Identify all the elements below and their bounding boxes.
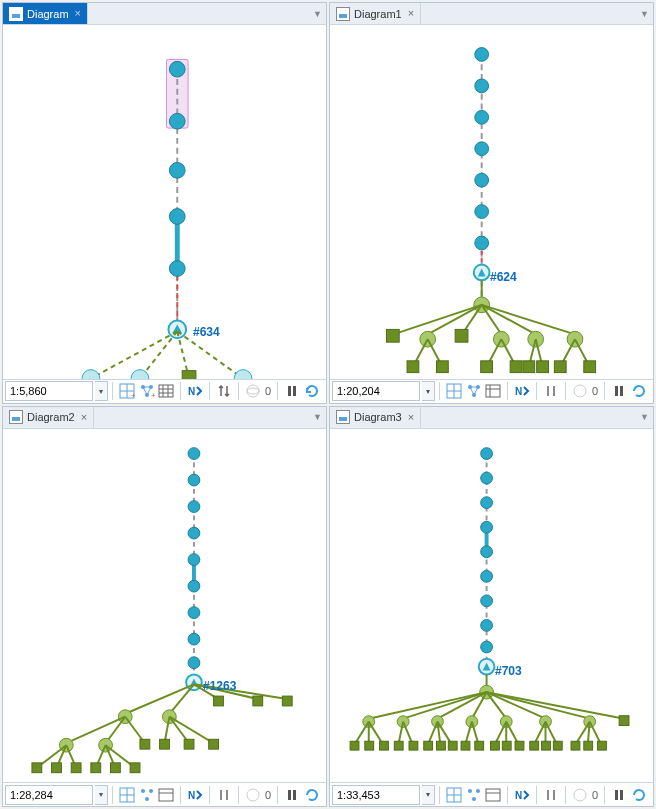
chevron-down-icon[interactable]: ▼ xyxy=(640,412,649,422)
svg-point-139 xyxy=(149,789,153,793)
svg-rect-197 xyxy=(365,741,374,750)
chevron-down-icon[interactable]: ▼ xyxy=(640,9,649,19)
scale-dropdown[interactable]: ▾ xyxy=(95,785,108,805)
close-icon[interactable]: × xyxy=(75,8,81,19)
filter-button[interactable] xyxy=(243,785,263,805)
svg-point-94 xyxy=(188,527,200,539)
svg-point-152 xyxy=(481,521,493,533)
svg-rect-34 xyxy=(288,386,291,396)
svg-text:+: + xyxy=(151,391,155,399)
close-icon[interactable]: × xyxy=(408,8,414,19)
edit-vertices-button[interactable]: + xyxy=(137,381,157,401)
node-label: #703 xyxy=(495,664,522,678)
tab-bar: Diagram2 × ▼ xyxy=(3,407,326,429)
chevron-down-icon[interactable]: ▼ xyxy=(313,9,322,19)
edit-vertices-button[interactable] xyxy=(464,785,484,805)
svg-point-39 xyxy=(475,79,489,93)
filter-button[interactable] xyxy=(570,785,590,805)
tab-diagram2[interactable]: Diagram2 × xyxy=(3,407,94,428)
pause-button[interactable] xyxy=(282,785,302,805)
scale-dropdown[interactable]: ▾ xyxy=(422,381,435,401)
sort-button[interactable] xyxy=(214,785,234,805)
svg-point-95 xyxy=(188,553,200,565)
tab-diagram3[interactable]: Diagram3 × xyxy=(330,407,421,428)
attributes-button[interactable] xyxy=(484,381,504,401)
sort-button[interactable] xyxy=(214,381,234,401)
scale-input[interactable] xyxy=(5,381,93,401)
svg-rect-141 xyxy=(159,789,173,801)
svg-rect-133 xyxy=(184,739,194,749)
attributes-button[interactable] xyxy=(157,381,177,401)
svg-point-218 xyxy=(468,789,472,793)
svg-rect-201 xyxy=(424,741,433,750)
filter-button[interactable] xyxy=(243,381,263,401)
svg-rect-198 xyxy=(380,741,389,750)
attributes-button[interactable] xyxy=(484,785,504,805)
svg-rect-88 xyxy=(620,386,623,396)
scale-input[interactable] xyxy=(5,785,93,805)
svg-rect-206 xyxy=(491,741,500,750)
snap-button[interactable] xyxy=(444,381,464,401)
svg-point-5 xyxy=(169,113,185,129)
filter-button[interactable] xyxy=(570,381,590,401)
svg-point-6 xyxy=(169,162,185,178)
attributes-button[interactable] xyxy=(157,785,177,805)
tab-label: Diagram xyxy=(27,8,69,20)
scale-dropdown[interactable]: ▾ xyxy=(95,381,108,401)
svg-text:N: N xyxy=(188,386,195,397)
diagram-icon xyxy=(336,7,350,21)
refresh-button[interactable] xyxy=(629,381,649,401)
scale-input[interactable] xyxy=(332,381,420,401)
diagram-canvas[interactable]: #703 xyxy=(330,429,653,783)
svg-point-144 xyxy=(247,789,259,801)
edit-vertices-button[interactable] xyxy=(137,785,157,805)
sort-button[interactable] xyxy=(541,785,561,805)
close-icon[interactable]: × xyxy=(408,412,414,423)
svg-rect-203 xyxy=(448,741,457,750)
tab-bar: Diagram3 × ▼ xyxy=(330,407,653,429)
tab-label: Diagram1 xyxy=(354,8,402,20)
svg-rect-70 xyxy=(537,361,549,373)
snap-button[interactable] xyxy=(444,785,464,805)
diagram-icon xyxy=(9,7,23,21)
svg-rect-196 xyxy=(350,741,359,750)
svg-point-219 xyxy=(476,789,480,793)
diagram-canvas[interactable]: #634 xyxy=(3,25,326,379)
snap-button[interactable]: + xyxy=(117,381,137,401)
next-feature-button[interactable]: N xyxy=(512,785,532,805)
sort-button[interactable] xyxy=(541,381,561,401)
scale-dropdown[interactable]: ▾ xyxy=(422,785,435,805)
svg-rect-87 xyxy=(615,386,618,396)
diagram-icon xyxy=(336,410,350,424)
svg-point-44 xyxy=(475,236,489,250)
svg-rect-125 xyxy=(32,762,42,772)
scale-input[interactable] xyxy=(332,785,420,805)
svg-point-40 xyxy=(475,110,489,124)
svg-rect-213 xyxy=(584,741,593,750)
edit-vertices-button[interactable] xyxy=(464,381,484,401)
svg-rect-26 xyxy=(159,385,173,397)
pause-button[interactable] xyxy=(609,381,629,401)
svg-rect-16 xyxy=(182,371,196,379)
refresh-button[interactable] xyxy=(302,785,322,805)
tab-diagram1[interactable]: Diagram1 × xyxy=(330,3,421,24)
next-feature-button[interactable]: N xyxy=(512,381,532,401)
diagram-canvas[interactable]: #1263 xyxy=(3,429,326,783)
next-feature-button[interactable]: N xyxy=(185,381,205,401)
pause-button[interactable] xyxy=(282,381,302,401)
svg-rect-82 xyxy=(486,385,500,397)
refresh-button[interactable] xyxy=(629,785,649,805)
svg-line-168 xyxy=(487,692,624,719)
diagram-canvas[interactable]: #624 xyxy=(330,25,653,379)
pause-button[interactable] xyxy=(609,785,629,805)
chevron-down-icon[interactable]: ▼ xyxy=(313,412,322,422)
next-feature-button[interactable]: N xyxy=(185,785,205,805)
tab-diagram[interactable]: Diagram × xyxy=(3,3,88,24)
snap-button[interactable] xyxy=(117,785,137,805)
refresh-button[interactable] xyxy=(302,381,322,401)
tab-label: Diagram2 xyxy=(27,411,75,423)
node-label: #624 xyxy=(490,270,517,284)
svg-rect-225 xyxy=(615,790,618,800)
svg-rect-60 xyxy=(437,361,449,373)
close-icon[interactable]: × xyxy=(81,412,87,423)
